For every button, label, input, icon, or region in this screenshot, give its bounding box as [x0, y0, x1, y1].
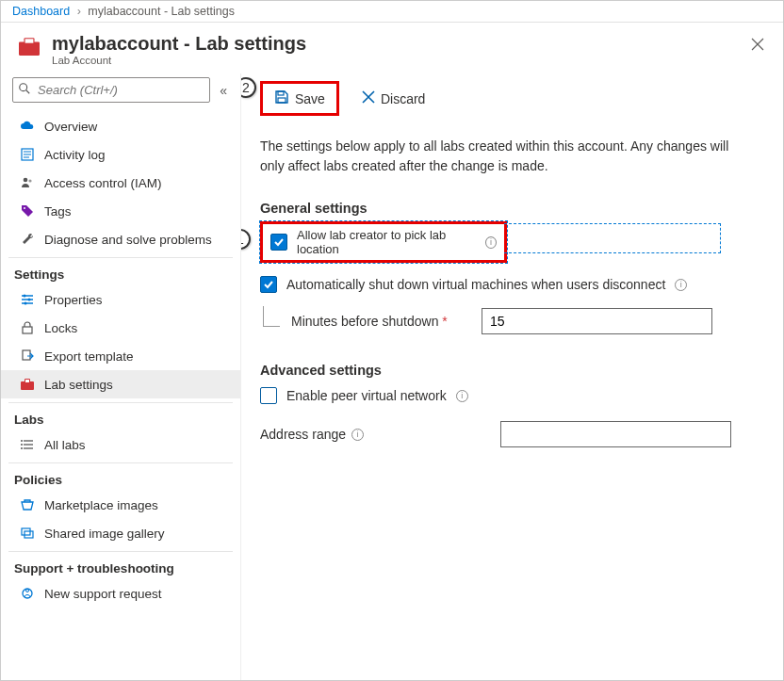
enable-peer-row: Enable peer virtual network i: [260, 387, 760, 404]
svg-rect-0: [19, 42, 40, 56]
sidebar-item-label: Activity log: [44, 148, 106, 162]
svg-point-17: [24, 302, 27, 305]
sidebar-item-all-labs[interactable]: All labs: [1, 430, 240, 459]
svg-point-27: [21, 444, 23, 446]
svg-point-3: [20, 84, 27, 91]
info-icon[interactable]: i: [485, 236, 497, 249]
list-icon: [20, 437, 35, 452]
svg-rect-20: [21, 381, 34, 390]
auto-shutdown-checkbox[interactable]: [260, 276, 277, 293]
main-content: 2 Save Discard The settings below apply …: [241, 73, 783, 680]
sidebar-item-lab-settings[interactable]: Lab settings: [1, 370, 240, 398]
discard-button[interactable]: Discard: [356, 87, 431, 110]
sidebar-item-label: New support request: [44, 587, 162, 601]
info-icon[interactable]: i: [351, 429, 364, 441]
sidebar-item-label: Marketplace images: [44, 498, 158, 512]
address-range-input[interactable]: [500, 421, 731, 447]
collapse-sidebar-button[interactable]: «: [216, 83, 231, 98]
minutes-label: Minutes before shutdown: [291, 314, 438, 329]
enable-peer-checkbox[interactable]: [260, 387, 277, 404]
save-highlight: Save: [260, 81, 339, 116]
sidebar-item-tags[interactable]: Tags: [1, 197, 240, 225]
auto-shutdown-label: Automatically shut down virtual machines…: [286, 277, 665, 292]
breadcrumb-root[interactable]: Dashboard: [12, 5, 70, 18]
sidebar-item-access-control[interactable]: Access control (IAM): [1, 169, 240, 197]
svg-point-28: [21, 447, 23, 449]
toolbar: Save Discard: [260, 81, 760, 116]
sidebar-item-label: Lab settings: [44, 378, 113, 392]
sidebar: « Overview Activity log Access control (…: [1, 73, 241, 680]
allow-pick-location-label: Allow lab creator to pick lab location: [297, 228, 476, 256]
sidebar-item-properties[interactable]: Properties: [1, 285, 240, 314]
sidebar-item-label: Locks: [44, 321, 77, 335]
discard-label: Discard: [381, 91, 425, 106]
sidebar-item-locks[interactable]: Locks: [1, 314, 240, 342]
sidebar-section-settings: Settings: [1, 258, 240, 285]
svg-rect-2: [25, 39, 34, 42]
svg-point-26: [21, 440, 23, 442]
sidebar-item-label: Overview: [44, 120, 97, 134]
info-icon[interactable]: i: [675, 279, 687, 291]
page-subtitle: Lab Account: [52, 55, 306, 66]
gallery-icon: [20, 526, 35, 541]
breadcrumb: Dashboard › mylabaccount - Lab settings: [1, 1, 783, 23]
svg-point-16: [28, 299, 31, 301]
sidebar-item-export-template[interactable]: Export template: [1, 342, 240, 370]
indent-connector: [263, 306, 280, 327]
page-title: mylabaccount - Lab settings: [52, 32, 306, 55]
people-icon: [20, 175, 35, 190]
svg-rect-33: [278, 91, 284, 95]
sidebar-item-label: Shared image gallery: [44, 527, 165, 541]
svg-rect-22: [25, 380, 29, 382]
export-icon: [20, 349, 35, 364]
properties-icon: [20, 292, 35, 307]
sidebar-item-activity-log[interactable]: Activity log: [1, 140, 240, 169]
save-icon: [274, 89, 289, 107]
chevron-right-icon: ›: [74, 5, 85, 18]
lock-icon: [20, 320, 35, 335]
marketplace-icon: [20, 497, 35, 512]
sidebar-item-overview[interactable]: Overview: [1, 112, 240, 140]
sidebar-section-labs: Labs: [1, 403, 240, 430]
sidebar-item-label: Export template: [44, 349, 134, 364]
svg-point-10: [28, 179, 31, 182]
required-asterisk: *: [442, 314, 447, 329]
minutes-before-shutdown-row: Minutes before shutdown *: [286, 308, 760, 334]
focus-outline: [504, 223, 721, 253]
sidebar-item-diagnose[interactable]: Diagnose and solve problems: [1, 225, 240, 253]
search-input-wrap: [12, 77, 210, 103]
save-button[interactable]: Save: [269, 86, 331, 111]
svg-point-9: [24, 178, 28, 183]
svg-point-11: [24, 207, 25, 209]
info-icon[interactable]: i: [456, 390, 468, 402]
lab-account-icon: [16, 36, 42, 57]
discard-icon: [362, 90, 375, 106]
minutes-before-shutdown-input[interactable]: [482, 308, 712, 334]
sidebar-item-label: Tags: [44, 204, 72, 219]
svg-rect-19: [23, 350, 30, 360]
cloud-icon: [20, 119, 35, 134]
allow-pick-location-checkbox[interactable]: [270, 234, 287, 251]
address-range-label: Address range: [260, 427, 346, 442]
annotation-badge-1: 1: [241, 229, 251, 250]
search-input[interactable]: [12, 77, 210, 103]
page-header: mylabaccount - Lab settings Lab Account: [1, 23, 783, 73]
sidebar-item-label: Diagnose and solve problems: [44, 233, 212, 247]
save-label: Save: [295, 91, 325, 106]
sidebar-item-marketplace-images[interactable]: Marketplace images: [1, 491, 240, 519]
general-settings-heading: General settings: [260, 201, 760, 216]
wrench-icon: [20, 232, 35, 247]
svg-point-32: [26, 590, 29, 592]
auto-shutdown-row: Automatically shut down virtual machines…: [260, 276, 760, 293]
svg-rect-18: [23, 327, 32, 333]
sidebar-item-shared-image-gallery[interactable]: Shared image gallery: [1, 519, 240, 547]
svg-line-4: [26, 90, 30, 94]
breadcrumb-current: mylabaccount - Lab settings: [88, 5, 235, 18]
address-range-row: Address range i: [260, 421, 760, 447]
sidebar-item-new-support-request[interactable]: New support request: [1, 579, 240, 608]
toolbox-icon: [20, 377, 35, 392]
close-button[interactable]: [747, 32, 768, 59]
search-icon: [18, 82, 31, 98]
sidebar-section-support: Support + troubleshooting: [1, 552, 240, 579]
allow-pick-location-row: Allow lab creator to pick lab location i: [260, 221, 507, 263]
